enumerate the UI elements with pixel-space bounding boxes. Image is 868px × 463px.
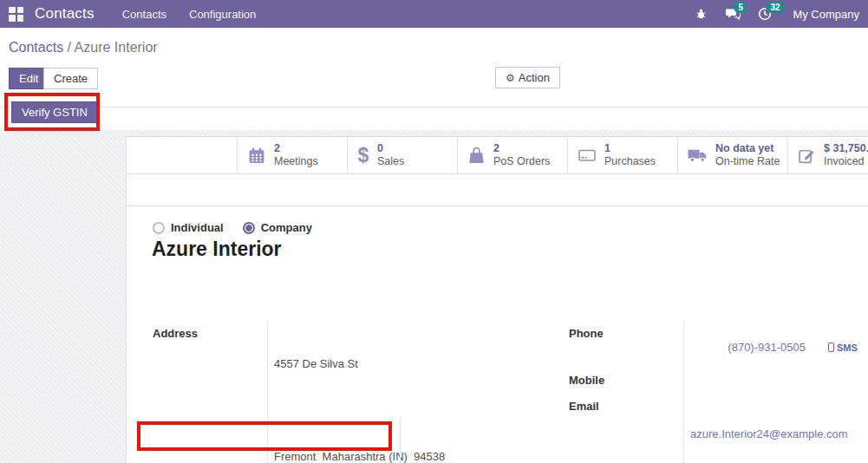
mobile-label: Mobile bbox=[569, 368, 683, 395]
app-title: Contacts bbox=[35, 5, 95, 23]
field-cell-divider bbox=[400, 417, 401, 463]
truck-icon bbox=[688, 147, 708, 163]
address-value: 4557 De Silva St Fremont Maharashtra (IN… bbox=[267, 322, 534, 463]
navbar-menu: Contacts Configuration bbox=[122, 8, 257, 21]
address-street: 4557 De Silva St bbox=[274, 355, 534, 374]
field-row-email: Email azure.Interior24@example.com bbox=[569, 395, 868, 455]
phone-value: (870)-931-0505SMS bbox=[683, 322, 868, 368]
debug-bug-icon[interactable] bbox=[691, 5, 710, 23]
apps-menu-icon[interactable] bbox=[9, 7, 23, 22]
messages-icon[interactable]: 5 bbox=[723, 5, 742, 23]
stat-label: On-time Rate bbox=[715, 155, 780, 168]
email-value: azure.Interior24@example.com bbox=[683, 395, 868, 455]
field-row-mobile: Mobile bbox=[569, 368, 868, 395]
website-label: Website bbox=[569, 455, 683, 463]
stat-value: 1 bbox=[604, 142, 656, 155]
radio-individual-label: Individual bbox=[171, 221, 224, 234]
activities-clock-icon[interactable]: 32 bbox=[755, 5, 774, 23]
form-sheet: 2 Meetings $ 0 Sales bbox=[126, 136, 868, 463]
stat-value: 2 bbox=[493, 142, 550, 155]
phone-label: Phone bbox=[569, 322, 683, 368]
calendar-icon bbox=[247, 147, 266, 165]
breadcrumb-current: Azure Interior bbox=[75, 40, 158, 55]
breadcrumb: Contacts / Azure Interior bbox=[9, 40, 158, 55]
contacts-page: Contacts Contacts Configuration 5 bbox=[0, 0, 868, 463]
phone-link[interactable]: (870)-931-0505 bbox=[728, 341, 806, 354]
stat-button-meetings[interactable]: 2 Meetings bbox=[237, 137, 347, 173]
stat-value: $ 31,750.0 bbox=[824, 142, 868, 155]
top-navbar: Contacts Contacts Configuration 5 bbox=[0, 0, 868, 28]
menu-item-configuration[interactable]: Configuration bbox=[189, 8, 256, 21]
stat-value: 0 bbox=[377, 142, 404, 155]
email-link[interactable]: azure.Interior24@example.com bbox=[690, 427, 848, 440]
action-dropdown-button[interactable]: ⚙Action bbox=[495, 67, 560, 88]
stat-value: No data yet bbox=[715, 142, 780, 155]
user-company-menu[interactable]: My Company bbox=[793, 8, 859, 21]
navbar-right: 5 32 My Company bbox=[691, 5, 859, 23]
sheet-sub-header bbox=[127, 174, 868, 206]
stat-button-on-time-rate[interactable]: No data yet On-time Rate bbox=[677, 137, 787, 173]
stat-label: Invoiced bbox=[824, 155, 868, 168]
stat-button-row: 2 Meetings $ 0 Sales bbox=[127, 137, 868, 174]
field-group-left: Address 4557 De Silva St Fremont Maharas… bbox=[153, 322, 534, 463]
create-button[interactable]: Create bbox=[43, 68, 98, 89]
mobile-phone-icon bbox=[828, 342, 834, 352]
field-row-website: Website http://www.azure-interior.com bbox=[569, 455, 868, 463]
mobile-value bbox=[683, 368, 868, 395]
address-city-state-zip: Fremont Maharashtra (IN) 94538 bbox=[274, 447, 534, 463]
invoice-edit-icon bbox=[798, 147, 816, 165]
panel-divider bbox=[0, 107, 868, 108]
messages-badge: 5 bbox=[734, 2, 747, 13]
stat-button-pos-orders[interactable]: 2 PoS Orders bbox=[457, 137, 567, 173]
control-panel: Contacts / Azure Interior Edit Create ⚙A… bbox=[0, 28, 868, 130]
sms-link[interactable]: SMS bbox=[828, 342, 858, 353]
breadcrumb-separator: / bbox=[63, 40, 74, 55]
stat-button-sales[interactable]: $ 0 Sales bbox=[347, 137, 457, 173]
website-value: http://www.azure-interior.com bbox=[683, 455, 868, 463]
address-label: Address bbox=[153, 322, 267, 463]
field-row-address: Address 4557 De Silva St Fremont Maharas… bbox=[153, 322, 534, 463]
verify-gstin-button[interactable]: Verify GSTIN bbox=[11, 101, 98, 123]
stat-label: Sales bbox=[377, 155, 404, 168]
radio-company[interactable]: Company bbox=[243, 221, 312, 234]
email-label: Email bbox=[569, 395, 683, 455]
stat-label: Purchases bbox=[604, 155, 656, 168]
breadcrumb-contacts-link[interactable]: Contacts bbox=[9, 40, 63, 55]
gear-icon: ⚙ bbox=[506, 72, 515, 84]
radio-individual[interactable]: Individual bbox=[153, 221, 224, 234]
radio-company-label: Company bbox=[261, 221, 312, 234]
menu-item-contacts[interactable]: Contacts bbox=[122, 8, 166, 21]
radio-individual-icon[interactable] bbox=[153, 222, 165, 234]
radio-company-icon[interactable] bbox=[243, 222, 255, 234]
record-title: Azure Interior bbox=[152, 238, 282, 261]
stat-button-invoiced[interactable]: $ 31,750.0 Invoiced bbox=[787, 137, 868, 173]
stat-value: 2 bbox=[274, 142, 318, 155]
field-group-right: Phone (870)-931-0505SMS Mobile Email azu… bbox=[569, 322, 868, 463]
company-type-selector: Individual Company bbox=[153, 221, 312, 234]
stat-button-purchases[interactable]: 1 Purchases bbox=[567, 137, 677, 173]
credit-card-icon bbox=[578, 147, 597, 164]
field-row-phone: Phone (870)-931-0505SMS bbox=[569, 322, 868, 368]
stat-label: Meetings bbox=[274, 155, 318, 168]
stat-row-spacer bbox=[127, 137, 237, 173]
activities-badge: 32 bbox=[766, 2, 784, 13]
content-area: 2 Meetings $ 0 Sales bbox=[0, 130, 868, 463]
dollar-icon: $ bbox=[357, 144, 369, 167]
stat-label: PoS Orders bbox=[493, 155, 550, 168]
shopping-bag-icon bbox=[467, 147, 486, 165]
